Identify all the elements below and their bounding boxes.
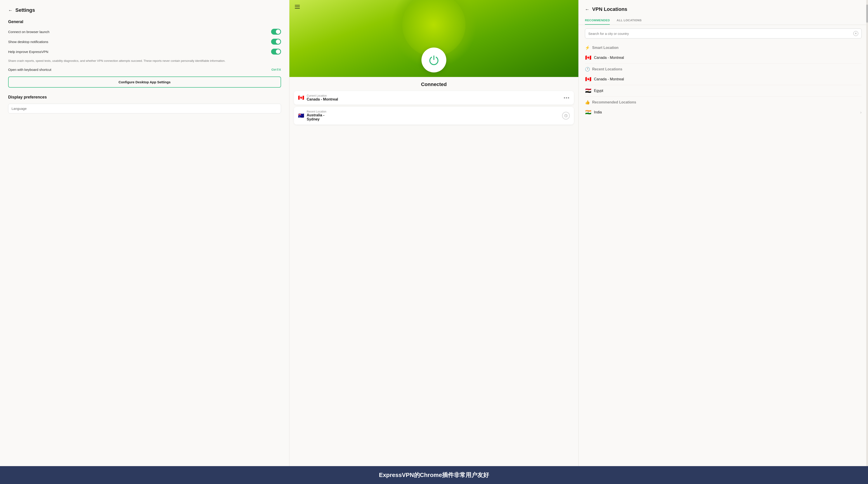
general-section-title: General bbox=[8, 20, 281, 24]
lightning-icon: ⚡ bbox=[585, 45, 590, 50]
location-cards-container: 🇨🇦 Current Location Canada - Montreal ••… bbox=[289, 91, 579, 129]
scrollbar-track bbox=[866, 0, 868, 466]
smart-location-label: Smart Location bbox=[592, 46, 618, 50]
search-container: ✕ bbox=[579, 25, 868, 42]
desktop-notifications-toggle[interactable] bbox=[271, 39, 281, 45]
current-location-options-button[interactable]: ••• bbox=[564, 95, 570, 101]
india-chevron-icon: › bbox=[860, 110, 862, 115]
canada-smart-flag: 🇨🇦 bbox=[585, 55, 591, 61]
current-location-name: Canada - Montreal bbox=[307, 97, 338, 102]
recent-locations-label: Recent Locations bbox=[592, 67, 622, 71]
hamburger-line-2 bbox=[295, 6, 300, 7]
hamburger-line-1 bbox=[295, 5, 300, 5]
help-improve-description: Share crash reports, speed tests, usabil… bbox=[8, 59, 281, 63]
locations-back-button[interactable]: ← bbox=[585, 7, 589, 12]
tab-recommended[interactable]: RECOMMENDED bbox=[585, 16, 610, 25]
current-location-left: 🇨🇦 Current Location Canada - Montreal bbox=[298, 94, 338, 102]
help-improve-row: Help improve ExpressVPN bbox=[8, 49, 281, 55]
egypt-name: Egypt bbox=[594, 89, 862, 93]
smart-location-name: Canada - Montreal bbox=[594, 56, 862, 60]
settings-panel: ← Settings General Connect on browser la… bbox=[0, 0, 289, 466]
recent-location-left: 🇦🇺 Recent Location Australia -Sydney bbox=[298, 110, 327, 121]
bottom-banner: ExpressVPN的Chrome插件非常用户友好 bbox=[0, 466, 868, 484]
recent-location-type-label: Recent Location bbox=[307, 110, 327, 113]
locations-title: VPN Locations bbox=[592, 6, 627, 12]
power-icon bbox=[428, 54, 440, 66]
tab-all-locations[interactable]: ALL LOCATIONS bbox=[617, 16, 642, 25]
recent-location-info: Recent Location Australia -Sydney bbox=[307, 110, 327, 121]
vpn-header-area bbox=[289, 0, 579, 77]
vpn-power-button[interactable] bbox=[422, 48, 446, 73]
help-improve-toggle[interactable] bbox=[271, 49, 281, 55]
locations-list: ⚡ Smart Location 🇨🇦 Canada - Montreal 🕐 … bbox=[579, 42, 868, 466]
thumbs-up-icon: 👍 bbox=[585, 100, 590, 105]
smart-location-header: ⚡ Smart Location bbox=[585, 42, 862, 52]
connect-on-launch-row: Connect on browser launch bbox=[8, 29, 281, 35]
locations-panel: ← VPN Locations RECOMMENDED ALL LOCATION… bbox=[579, 0, 868, 466]
settings-title: Settings bbox=[16, 7, 35, 13]
current-location-type-label: Current Location bbox=[307, 94, 338, 97]
desktop-notifications-label: Show desktop notifications bbox=[8, 40, 49, 44]
recent-canada-name: Canada - Montreal bbox=[594, 77, 862, 81]
search-box: ✕ bbox=[585, 29, 862, 38]
settings-back-button[interactable]: ← bbox=[8, 8, 13, 13]
recent-canada-flag: 🇨🇦 bbox=[585, 76, 591, 82]
vpn-panel: Connected 🇨🇦 Current Location Canada - M… bbox=[289, 0, 579, 466]
smart-location-canada-item[interactable]: 🇨🇦 Canada - Montreal bbox=[585, 52, 862, 64]
power-button-container bbox=[422, 48, 446, 73]
banner-text: ExpressVPN的Chrome插件非常用户友好 bbox=[379, 472, 489, 478]
current-location-card[interactable]: 🇨🇦 Current Location Canada - Montreal ••… bbox=[294, 91, 574, 105]
recommended-locations-header: 👍 Recommended Locations bbox=[585, 97, 862, 107]
india-name: India bbox=[594, 110, 858, 114]
australia-flag-icon: 🇦🇺 bbox=[298, 113, 304, 119]
clock-icon bbox=[562, 112, 570, 119]
recent-location-card[interactable]: 🇦🇺 Recent Location Australia -Sydney bbox=[294, 107, 574, 124]
recommended-locations-label: Recommended Locations bbox=[592, 100, 636, 104]
keyboard-shortcut-value: Ctrl⇧X bbox=[271, 68, 281, 71]
recent-egypt-item[interactable]: 🇪🇬 Egypt bbox=[585, 85, 862, 97]
india-item[interactable]: 🇮🇳 India › bbox=[585, 107, 862, 118]
egypt-flag: 🇪🇬 bbox=[585, 88, 591, 94]
current-location-info: Current Location Canada - Montreal bbox=[307, 94, 338, 102]
connection-status-text: Connected bbox=[289, 77, 579, 91]
canada-flag-icon: 🇨🇦 bbox=[298, 95, 304, 101]
recent-canada-item[interactable]: 🇨🇦 Canada - Montreal bbox=[585, 74, 862, 85]
configure-desktop-app-button[interactable]: Configure Desktop App Settings bbox=[8, 77, 281, 88]
language-select[interactable]: Language bbox=[8, 104, 281, 113]
locations-tabs: RECOMMENDED ALL LOCATIONS bbox=[579, 16, 868, 25]
help-improve-label: Help improve ExpressVPN bbox=[8, 50, 49, 54]
search-clear-button[interactable]: ✕ bbox=[853, 31, 858, 36]
locations-header: ← VPN Locations bbox=[579, 0, 868, 16]
hamburger-menu-button[interactable] bbox=[294, 4, 301, 9]
india-flag: 🇮🇳 bbox=[585, 109, 591, 115]
desktop-notifications-row: Show desktop notifications bbox=[8, 39, 281, 45]
keyboard-shortcut-label: Open with keyboard shortcut bbox=[8, 68, 51, 72]
scrollbar-thumb[interactable] bbox=[866, 4, 868, 23]
clock-section-icon: 🕐 bbox=[585, 67, 590, 72]
keyboard-shortcut-row: Open with keyboard shortcut Ctrl⇧X bbox=[8, 68, 281, 72]
hamburger-line-3 bbox=[295, 8, 300, 9]
location-search-input[interactable] bbox=[588, 32, 851, 35]
connect-on-launch-toggle[interactable] bbox=[271, 29, 281, 35]
recent-location-name: Australia -Sydney bbox=[307, 113, 327, 121]
display-preferences-title: Display preferences bbox=[8, 95, 281, 99]
connect-on-launch-label: Connect on browser launch bbox=[8, 30, 50, 34]
settings-header: ← Settings bbox=[8, 7, 281, 13]
recent-locations-header: 🕐 Recent Locations bbox=[585, 64, 862, 74]
